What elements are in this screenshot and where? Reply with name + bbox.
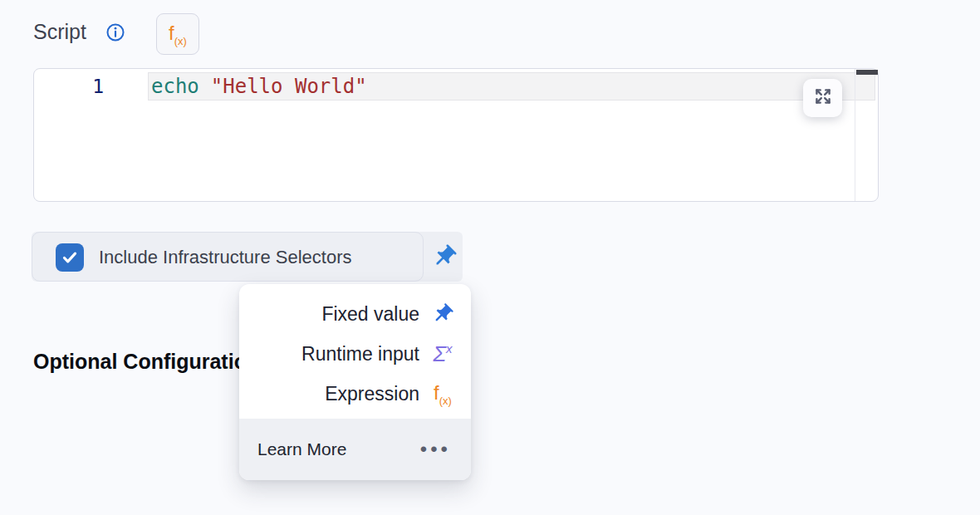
- script-code-editor[interactable]: 1 echo"Hello World": [33, 68, 879, 202]
- menu-item-runtime-input[interactable]: Runtime input Σx: [239, 334, 471, 374]
- more-options-icon[interactable]: •••: [420, 438, 451, 461]
- code-line[interactable]: echo"Hello World": [151, 75, 367, 98]
- fx-icon: f(x): [169, 22, 187, 47]
- infrastructure-selectors-field: Include Infrastructure Selectors: [32, 232, 463, 282]
- pin-icon: [429, 302, 456, 326]
- include-infrastructure-selectors-checkbox[interactable]: [56, 243, 84, 272]
- pin-icon[interactable]: [431, 243, 458, 270]
- script-field-label: Script: [33, 20, 86, 44]
- optional-configuration-heading: Optional Configuration: [33, 350, 259, 374]
- code-string: "Hello World": [211, 75, 367, 98]
- line-number: 1: [34, 76, 104, 97]
- scrollbar-cursor-marker[interactable]: [856, 70, 878, 75]
- code-command: echo: [151, 75, 199, 98]
- info-icon[interactable]: [105, 22, 125, 42]
- checkbox-label: Include Infrastructure Selectors: [99, 233, 351, 282]
- menu-item-label: Expression: [325, 383, 419, 405]
- menu-item-expression[interactable]: Expression f(x): [239, 374, 471, 414]
- scrollbar-track: [855, 69, 855, 201]
- script-expression-toggle-button[interactable]: f(x): [156, 13, 199, 55]
- menu-item-label: Runtime input: [301, 343, 419, 365]
- value-type-menu: Fixed value Runtime input Σx Expression: [239, 284, 471, 480]
- menu-item-fixed-value[interactable]: Fixed value: [239, 294, 471, 334]
- checkbox-field-group: Include Infrastructure Selectors: [32, 232, 424, 282]
- menu-item-label: Fixed value: [321, 303, 419, 326]
- fx-icon: f(x): [429, 381, 456, 407]
- expand-editor-button[interactable]: [803, 79, 842, 117]
- learn-more-link[interactable]: Learn More: [257, 439, 346, 459]
- menu-footer: Learn More •••: [239, 419, 471, 480]
- checkmark-icon: [60, 248, 80, 267]
- expand-icon: [812, 86, 834, 110]
- sigma-icon: Σx: [429, 341, 456, 367]
